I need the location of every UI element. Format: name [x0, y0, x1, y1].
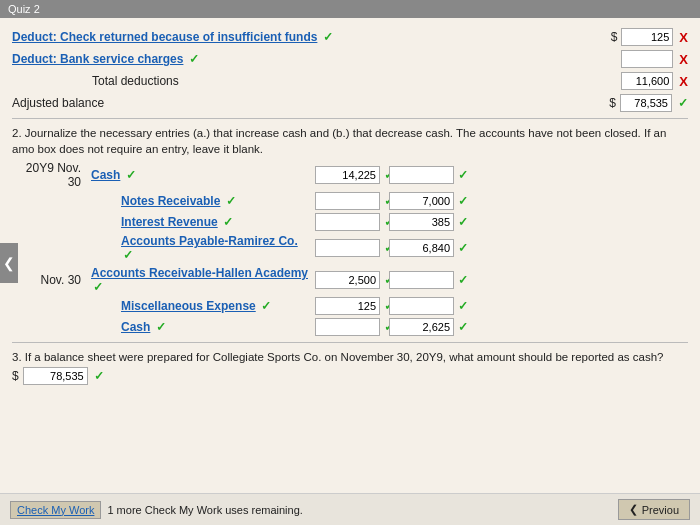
- account-cash-1-check: ✓: [126, 168, 136, 182]
- journal-row-2: Notes Receivable ✓ ✓ ✓: [12, 192, 688, 210]
- credit-6: ✓: [389, 297, 459, 315]
- credit-check-2: ✓: [458, 194, 468, 208]
- debit-input-5[interactable]: [315, 271, 380, 289]
- deduct-check-checkmark: ✓: [323, 30, 333, 44]
- deduct-bank-row: Deduct: Bank service charges ✓ X: [12, 50, 688, 68]
- section3-answer-row: $ ✓: [12, 367, 688, 385]
- account-cash-2-check: ✓: [156, 320, 166, 334]
- debit-input-2[interactable]: [315, 192, 380, 210]
- remaining-text: 1 more Check My Work uses remaining.: [107, 504, 302, 516]
- adjusted-balance-checkmark: ✓: [678, 96, 688, 110]
- section2-instruction: 2. Journalize the necessary entries (a.)…: [12, 125, 688, 157]
- left-chevron-icon: ❮: [3, 255, 15, 271]
- deduct-bank-input[interactable]: [621, 50, 673, 68]
- account-notes-check: ✓: [226, 194, 236, 208]
- account-misc: Miscellaneous Expense: [121, 299, 256, 313]
- total-deductions-label: Total deductions: [92, 74, 179, 88]
- credit-2: ✓: [389, 192, 459, 210]
- account-4: Accounts Payable-Ramirez Co. ✓: [91, 234, 311, 262]
- account-interest-check: ✓: [223, 215, 233, 229]
- credit-check-4: ✓: [458, 241, 468, 255]
- adjusted-balance-input[interactable]: [620, 94, 672, 112]
- section3-checkmark: ✓: [94, 369, 104, 383]
- quiz-title: Quiz 2: [8, 3, 40, 15]
- account-1: Cash ✓: [91, 168, 311, 182]
- journal-row-5: Nov. 30 Accounts Receivable-Hallen Acade…: [12, 266, 688, 294]
- debit-5: ✓: [315, 271, 385, 289]
- account-3: Interest Revenue ✓: [91, 215, 311, 229]
- content-area: Deduct: Check returned because of insuff…: [0, 18, 700, 391]
- date-5: Nov. 30: [12, 273, 87, 287]
- credit-check-6: ✓: [458, 299, 468, 313]
- account-hallen: Accounts Receivable-Hallen Academy: [91, 266, 308, 280]
- section3-input[interactable]: [23, 367, 88, 385]
- main-container: Quiz 2 ❮ Deduct: Check returned because …: [0, 0, 700, 525]
- section3-instruction: 3. If a balance sheet were prepared for …: [12, 351, 688, 363]
- credit-check-7: ✓: [458, 320, 468, 334]
- deduct-bank-label: Deduct: Bank service charges: [12, 52, 183, 66]
- journal-row-4: Accounts Payable-Ramirez Co. ✓ ✓ ✓: [12, 234, 688, 262]
- debit-input-3[interactable]: [315, 213, 380, 231]
- journal-group-1: 20Y9 Nov. 30 Cash ✓ ✓ ✓ Notes Rece: [12, 161, 688, 262]
- bottom-bar: Check My Work 1 more Check My Work uses …: [0, 493, 700, 525]
- previous-label: Previou: [642, 504, 679, 516]
- date-1: 20Y9 Nov. 30: [12, 161, 87, 189]
- deduct-check-xmark: X: [679, 30, 688, 45]
- total-deductions-xmark: X: [679, 74, 688, 89]
- total-deductions-input[interactable]: [621, 72, 673, 90]
- credit-input-6[interactable]: [389, 297, 454, 315]
- debit-3: ✓: [315, 213, 385, 231]
- credit-3: ✓: [389, 213, 459, 231]
- journal-row-3: Interest Revenue ✓ ✓ ✓: [12, 213, 688, 231]
- credit-input-7[interactable]: [389, 318, 454, 336]
- debit-6: ✓: [315, 297, 385, 315]
- account-2: Notes Receivable ✓: [91, 194, 311, 208]
- adjusted-balance-label: Adjusted balance: [12, 96, 104, 110]
- credit-5: ✓: [389, 271, 459, 289]
- debit-7: ✓: [315, 318, 385, 336]
- debit-input-6[interactable]: [315, 297, 380, 315]
- account-7: Cash ✓: [91, 320, 311, 334]
- deduct-bank-checkmark: ✓: [189, 52, 199, 66]
- debit-4: ✓: [315, 239, 385, 257]
- deduct-check-row: Deduct: Check returned because of insuff…: [12, 28, 688, 46]
- journal-row-1: 20Y9 Nov. 30 Cash ✓ ✓ ✓: [12, 161, 688, 189]
- left-arrow-button[interactable]: ❮: [0, 243, 18, 283]
- account-interest: Interest Revenue: [121, 215, 218, 229]
- deduct-check-label: Deduct: Check returned because of insuff…: [12, 30, 317, 44]
- total-deductions-row: Total deductions X: [12, 72, 688, 90]
- account-misc-check: ✓: [261, 299, 271, 313]
- debit-input-4[interactable]: [315, 239, 380, 257]
- credit-input-2[interactable]: [389, 192, 454, 210]
- adjusted-balance-row: Adjusted balance $ ✓: [12, 94, 688, 112]
- account-cash-2: Cash: [121, 320, 150, 334]
- deduct-check-dollar: $: [611, 30, 618, 44]
- credit-1: ✓: [389, 166, 459, 184]
- credit-7: ✓: [389, 318, 459, 336]
- account-hallen-check: ✓: [93, 280, 103, 294]
- credit-4: ✓: [389, 239, 459, 257]
- debit-input-1[interactable]: [315, 166, 380, 184]
- deduct-bank-xmark: X: [679, 52, 688, 67]
- journal-row-6: Miscellaneous Expense ✓ ✓ ✓: [12, 297, 688, 315]
- check-my-work-button[interactable]: Check My Work: [10, 501, 101, 519]
- credit-input-3[interactable]: [389, 213, 454, 231]
- left-chevron-icon-2: ❮: [629, 503, 638, 516]
- journal-group-2: Nov. 30 Accounts Receivable-Hallen Acade…: [12, 266, 688, 336]
- credit-input-4[interactable]: [389, 239, 454, 257]
- previous-button[interactable]: ❮ Previou: [618, 499, 690, 520]
- top-bar: Quiz 2: [0, 0, 700, 18]
- credit-check-5: ✓: [458, 273, 468, 287]
- section3-dollar: $: [12, 369, 19, 383]
- account-6: Miscellaneous Expense ✓: [91, 299, 311, 313]
- debit-2: ✓: [315, 192, 385, 210]
- account-notes: Notes Receivable: [121, 194, 220, 208]
- credit-check-1: ✓: [458, 168, 468, 182]
- credit-input-1[interactable]: [389, 166, 454, 184]
- adjusted-balance-dollar: $: [609, 96, 616, 110]
- credit-input-5[interactable]: [389, 271, 454, 289]
- journal-row-7: Cash ✓ ✓ ✓: [12, 318, 688, 336]
- debit-1: ✓: [315, 166, 385, 184]
- deduct-check-input[interactable]: [621, 28, 673, 46]
- debit-input-7[interactable]: [315, 318, 380, 336]
